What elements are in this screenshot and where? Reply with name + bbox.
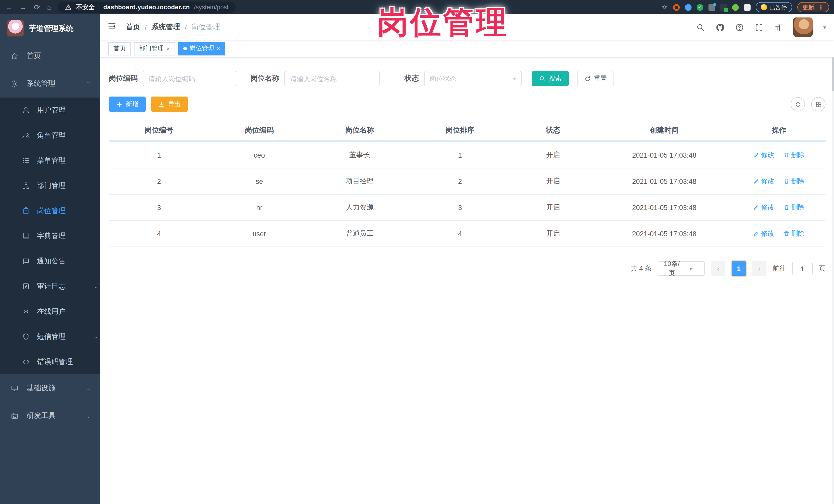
breadcrumb: 首页 / 系统管理 / 岗位管理 <box>126 23 220 32</box>
sidebar-item-dict-mgmt[interactable]: 字典管理 <box>0 223 100 248</box>
trash-icon <box>784 204 790 211</box>
help-icon[interactable] <box>735 23 744 32</box>
url-host[interactable]: dashboard.yudao.iocoder.cn <box>103 4 190 11</box>
sidebar-item-post-mgmt[interactable]: 岗位管理 <box>0 198 100 223</box>
sidebar-group-system[interactable]: 系统管理 ⌃ <box>0 70 100 97</box>
user-avatar[interactable] <box>793 18 813 37</box>
page-size-select[interactable]: 10条/页 ▾ <box>658 261 705 276</box>
cell-created-time: 2021-01-05 17:03:48 <box>596 194 732 221</box>
extension-puzzle-icon[interactable] <box>744 4 750 10</box>
browser-back-icon[interactable]: ← <box>5 3 12 11</box>
menu-list-icon <box>22 156 30 165</box>
table-row: 1 ceo 董事长 1 开启 2021-01-05 17:03:48 修改 删除 <box>109 141 826 168</box>
sidebar-item-user-mgmt[interactable]: 用户管理 <box>0 97 100 123</box>
breadcrumb-system[interactable]: 系统管理 <box>151 23 180 32</box>
sms-shield-icon <box>22 332 30 341</box>
sidebar-item-error-code-mgmt[interactable]: 错误码管理 <box>0 349 100 374</box>
tab-post-mgmt[interactable]: 岗位管理 × <box>178 42 225 55</box>
tab-label: 岗位管理 <box>190 44 214 53</box>
address-bar[interactable]: 不安全 dashboard.yudao.iocoder.cn/system/po… <box>58 2 236 13</box>
post-name-input[interactable] <box>284 71 380 86</box>
browser-forward-icon[interactable]: → <box>20 3 27 11</box>
delete-link[interactable]: 删除 <box>784 203 805 212</box>
update-button[interactable]: 更新 ⋮ <box>797 2 829 12</box>
select-chevron-down-icon: ▾ <box>513 75 516 82</box>
sidebar-item-home[interactable]: 首页 <box>0 42 100 70</box>
browser-home-icon[interactable]: ⌂ <box>47 3 51 11</box>
paused-badge[interactable]: 已暂停 <box>755 2 792 12</box>
font-size-icon[interactable] <box>774 23 783 32</box>
tab-dept-mgmt[interactable]: 部门管理 × <box>134 42 175 55</box>
reset-button[interactable]: 重置 <box>577 71 614 86</box>
next-page-button[interactable]: › <box>752 261 767 276</box>
prev-page-button[interactable]: ‹ <box>711 261 725 276</box>
github-icon[interactable] <box>716 23 725 32</box>
browser-reload-icon[interactable]: ⟳ <box>34 3 40 11</box>
cell-post-name: 人力资源 <box>310 194 410 221</box>
add-button-label: 新增 <box>126 100 139 109</box>
sidebar-item-audit-log[interactable]: 审计日志 ⌄ <box>0 274 100 299</box>
sidebar-collapse-icon[interactable] <box>107 22 116 33</box>
total-count: 共 4 条 <box>631 264 652 273</box>
tab-close-icon[interactable]: × <box>217 45 220 52</box>
sidebar-item-notice[interactable]: 通知公告 <box>0 248 100 274</box>
sidebar-group-devtools[interactable]: 研发工具 ⌄ <box>0 402 100 430</box>
add-button[interactable]: 新增 <box>109 96 146 112</box>
export-button[interactable]: 导出 <box>151 96 188 112</box>
extension-orange-ring-icon[interactable] <box>673 4 679 10</box>
sidebar-item-sms-mgmt[interactable]: 短信管理 ⌄ <box>0 324 100 349</box>
app-logo-row[interactable]: 芋道管理系统 <box>0 14 100 42</box>
security-label[interactable]: 不安全 <box>76 3 94 12</box>
search-icon[interactable] <box>696 23 705 32</box>
sidebar-item-label: 部门管理 <box>37 181 100 190</box>
cell-post-code: hr <box>209 194 310 221</box>
notice-bubble-icon <box>22 257 30 265</box>
delete-link[interactable]: 删除 <box>784 177 805 186</box>
cell-created-time: 2021-01-05 17:03:48 <box>596 221 732 247</box>
breadcrumb-separator: / <box>145 23 147 31</box>
table-row: 4 user 普通员工 4 开启 2021-01-05 17:03:48 修改 … <box>109 221 826 247</box>
sidebar-item-label: 字典管理 <box>37 231 100 241</box>
goto-page-input[interactable] <box>792 262 813 275</box>
edit-link[interactable]: 修改 <box>753 151 774 160</box>
sidebar-item-online-users[interactable]: 在线用户 <box>0 299 100 324</box>
filter-form: 岗位编码 岗位名称 状态 岗位状态 ▾ 搜索 重置 <box>109 71 826 86</box>
column-settings-button[interactable] <box>811 97 826 111</box>
delete-link[interactable]: 删除 <box>784 229 805 238</box>
refresh-table-button[interactable] <box>791 97 805 111</box>
extension-leaf-icon[interactable] <box>732 4 739 10</box>
bookmark-star-icon[interactable]: ☆ <box>661 3 668 11</box>
tab-close-icon[interactable]: × <box>166 45 170 52</box>
extension-gray-icon[interactable] <box>708 4 715 10</box>
extension-gtm-icon[interactable] <box>720 4 727 10</box>
sidebar-item-role-mgmt[interactable]: 角色管理 <box>0 123 100 148</box>
edit-link[interactable]: 修改 <box>753 203 774 212</box>
sidebar-item-menu-mgmt[interactable]: 菜单管理 <box>0 148 100 173</box>
edit-link[interactable]: 修改 <box>753 229 774 238</box>
cell-status: 开启 <box>510 141 596 168</box>
cell-post-id: 1 <box>109 141 209 168</box>
avatar-caret-down-icon[interactable]: ▾ <box>823 24 826 30</box>
breadcrumb-home[interactable]: 首页 <box>126 23 140 32</box>
post-code-input[interactable] <box>143 71 237 86</box>
extension-green-check-icon[interactable]: ✓ <box>697 4 703 10</box>
tab-home[interactable]: 首页 <box>108 42 131 55</box>
paused-label: 已暂停 <box>769 3 787 11</box>
status-select[interactable]: 岗位状态 ▾ <box>424 71 522 86</box>
edit-link[interactable]: 修改 <box>753 177 774 186</box>
kebab-menu-icon[interactable]: ⋮ <box>818 4 824 11</box>
active-tab-dot <box>183 47 187 50</box>
delete-link[interactable]: 删除 <box>784 151 805 160</box>
search-button[interactable]: 搜索 <box>532 71 569 86</box>
extension-blue-drop-icon[interactable] <box>685 4 691 10</box>
current-page-button[interactable]: 1 <box>731 261 746 276</box>
table-row: 3 hr 人力资源 3 开启 2021-01-05 17:03:48 修改 删除 <box>109 194 826 221</box>
infra-icon <box>10 384 19 392</box>
sidebar-item-dept-mgmt[interactable]: 部门管理 <box>0 173 100 198</box>
url-path[interactable]: /system/post <box>194 4 229 11</box>
cell-created-time: 2021-01-05 17:03:48 <box>596 141 732 168</box>
annotation-overlay-title: 岗位管理 <box>377 2 509 44</box>
sidebar-group-infra[interactable]: 基础设施 ⌄ <box>0 374 100 402</box>
fullscreen-icon[interactable] <box>754 23 764 32</box>
pencil-icon <box>753 152 760 158</box>
